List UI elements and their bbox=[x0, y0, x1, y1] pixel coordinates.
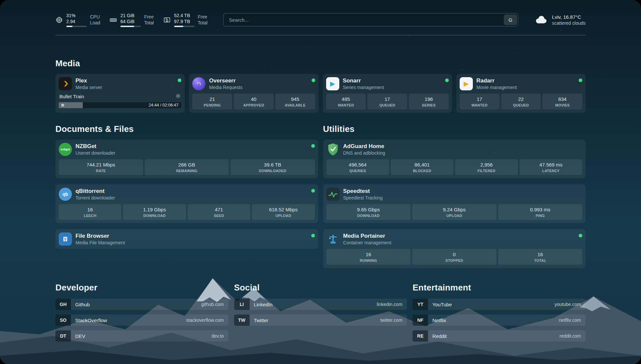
service-card-nzbget[interactable]: nzbget NZBGet Usenet downloader 744.21 M… bbox=[55, 139, 318, 178]
bookmark-linkedin[interactable]: LI LinkedIn linkedin.com bbox=[234, 299, 407, 310]
bookmark-name: StackOverflow bbox=[71, 318, 186, 323]
service-card-plex[interactable]: Plex Media server Bullet Train bbox=[55, 74, 185, 113]
bookmark-stackoverflow[interactable]: SO StackOverflow stackoverflow.com bbox=[55, 315, 229, 326]
status-dot bbox=[312, 78, 315, 82]
disk-total-label: Total bbox=[198, 20, 208, 26]
service-description: Media server bbox=[76, 85, 174, 90]
service-name: Speedtest bbox=[343, 188, 583, 195]
service-name: Plex bbox=[76, 77, 174, 84]
stat-wanted: 17 WANTED bbox=[460, 94, 500, 109]
radarr-icon: ▶ bbox=[460, 77, 473, 90]
stat-leech: 16 LEECH bbox=[59, 204, 121, 220]
bookmark-url: twitter.com bbox=[380, 318, 407, 323]
memory-total-value: 64 GiB bbox=[120, 18, 141, 24]
bookmark-name: Twitter bbox=[250, 318, 381, 323]
service-name: File Browser bbox=[76, 233, 308, 239]
bookmark-abbr: TW bbox=[234, 315, 250, 326]
cpu-label: CPU bbox=[90, 14, 100, 20]
memory-free-value: 21 GiB bbox=[120, 13, 141, 18]
bookmark-name: Netflix bbox=[428, 318, 559, 323]
section-title-documents: Documents & Files bbox=[55, 124, 318, 134]
bookmark-abbr: RE bbox=[412, 330, 428, 342]
plex-progress-bar[interactable]: 24:44 / 02:06:47 bbox=[59, 102, 181, 108]
disk-widget: 52.4 TB 97.9 TB Free Total bbox=[163, 13, 208, 27]
bookmark-abbr: YT bbox=[412, 299, 428, 310]
bookmark-github[interactable]: GH Github github.com bbox=[55, 299, 229, 310]
bookmark-url: netflix.com bbox=[559, 318, 586, 323]
service-card-portainer[interactable]: Media Portainer Container management 16 … bbox=[323, 229, 586, 268]
section-title-social: Social bbox=[234, 283, 407, 293]
bookmark-url: linkedin.com bbox=[377, 302, 407, 307]
qbittorrent-icon: qb bbox=[59, 188, 72, 201]
bookmark-abbr: DT bbox=[55, 330, 71, 342]
plex-now-playing: Bullet Train bbox=[59, 94, 84, 99]
weather-condition: scattered clouds bbox=[552, 20, 586, 26]
cpu-widget: 31% 2.94 CPU Load bbox=[55, 13, 100, 27]
stat-queued: 17 QUEUED bbox=[367, 94, 407, 109]
service-card-qbittorrent[interactable]: qb qBittorrent Torrent downloader 16 bbox=[55, 184, 318, 223]
status-dot bbox=[579, 78, 582, 82]
service-card-speedtest[interactable]: Speedtest Speedtest Tracking 9.65 Gbps D… bbox=[323, 184, 586, 223]
service-name: Sonarr bbox=[343, 77, 442, 84]
weather-location: Lviv, 16.87°C bbox=[552, 14, 586, 20]
service-description: DNS and adblocking bbox=[343, 150, 583, 156]
stat-pending: 21 PENDING bbox=[192, 94, 232, 109]
bookmark-dev[interactable]: DT DEV dev.to bbox=[55, 330, 229, 342]
service-card-radarr[interactable]: ▶ Radarr Movie management 17 WANTED bbox=[456, 74, 586, 113]
dashboard-screen: 31% 2.94 CPU Load bbox=[0, 0, 641, 364]
pause-icon[interactable] bbox=[59, 104, 64, 106]
bookmark-url: dev.to bbox=[212, 333, 229, 339]
stat-movies: 834 MOVIES bbox=[542, 94, 582, 109]
service-card-adguard[interactable]: AdGuard Home DNS and adblocking 498,564 … bbox=[323, 139, 586, 178]
memory-values: 21 GiB 64 GiB bbox=[120, 13, 141, 27]
service-name: Overseerr bbox=[209, 77, 308, 84]
stat-seed: 471 SEED bbox=[188, 204, 250, 220]
stat-download: 1.19 Gbps DOWNLOAD bbox=[123, 204, 186, 220]
cpu-load-label: Load bbox=[90, 20, 100, 26]
memory-free-label: Free bbox=[144, 14, 154, 20]
bookmark-name: DEV bbox=[71, 333, 212, 339]
header-divider bbox=[55, 35, 586, 35]
search-input[interactable] bbox=[224, 14, 503, 26]
bookmark-reddit[interactable]: RE Reddit reddit.com bbox=[412, 330, 586, 342]
search-provider-button[interactable]: G bbox=[504, 15, 517, 25]
cpu-load-value: 2.94 bbox=[66, 18, 87, 24]
service-description: Container management bbox=[343, 240, 575, 245]
service-card-overseerr[interactable]: Overseerr Media Requests 21 PENDING 40 A… bbox=[189, 74, 318, 113]
bookmark-abbr: LI bbox=[234, 299, 250, 310]
bookmark-name: YouTube bbox=[428, 302, 555, 307]
bookmark-name: Reddit bbox=[428, 333, 559, 339]
cpu-values: 31% 2.94 bbox=[66, 13, 87, 27]
disk-total-value: 97.9 TB bbox=[174, 18, 195, 24]
section-title-media: Media bbox=[55, 58, 586, 69]
speedtest-icon bbox=[326, 188, 340, 201]
weather-widget: Lviv, 16.87°C scattered clouds bbox=[534, 14, 586, 26]
cpu-icon bbox=[55, 16, 63, 24]
cpu-labels: CPU Load bbox=[90, 14, 100, 26]
service-description: Usenet downloader bbox=[76, 150, 308, 156]
memory-widget: 21 GiB 64 GiB Free Total bbox=[109, 13, 154, 27]
service-description: Torrent downloader bbox=[76, 195, 308, 200]
disk-icon bbox=[163, 16, 171, 24]
plex-playback-time: 24:44 / 02:06:47 bbox=[149, 103, 178, 107]
stat-remaining: 266 GB REMAINING bbox=[145, 159, 229, 175]
cloud-icon bbox=[534, 14, 548, 25]
stat-upload: 9.24 Gbps UPLOAD bbox=[412, 204, 497, 220]
bookmark-twitter[interactable]: TW Twitter twitter.com bbox=[234, 315, 407, 326]
bookmark-group-developer: Developer GH Github github.com SO StackO… bbox=[55, 283, 229, 346]
bookmark-abbr: GH bbox=[55, 299, 71, 310]
bookmark-netflix[interactable]: NF Netflix netflix.com bbox=[412, 315, 586, 326]
cpu-usage: 31% bbox=[66, 13, 87, 18]
memory-progress-bar bbox=[120, 26, 141, 27]
service-card-sonarr[interactable]: ▶ Sonarr Series management 485 WANTED bbox=[323, 74, 452, 113]
stat-available: 945 AVAILABLE bbox=[275, 94, 315, 109]
disk-free-label: Free bbox=[198, 14, 208, 20]
search-bar: G bbox=[223, 13, 518, 26]
memory-icon bbox=[109, 16, 117, 24]
service-card-filebrowser[interactable]: File Browser Media File Management bbox=[55, 229, 318, 249]
bookmark-youtube[interactable]: YT YouTube youtube.com bbox=[412, 299, 586, 310]
service-name: AdGuard Home bbox=[343, 143, 583, 150]
bookmark-name: Github bbox=[71, 302, 201, 307]
service-description: Media Requests bbox=[209, 85, 308, 90]
settings-gear-icon[interactable] bbox=[175, 93, 181, 100]
